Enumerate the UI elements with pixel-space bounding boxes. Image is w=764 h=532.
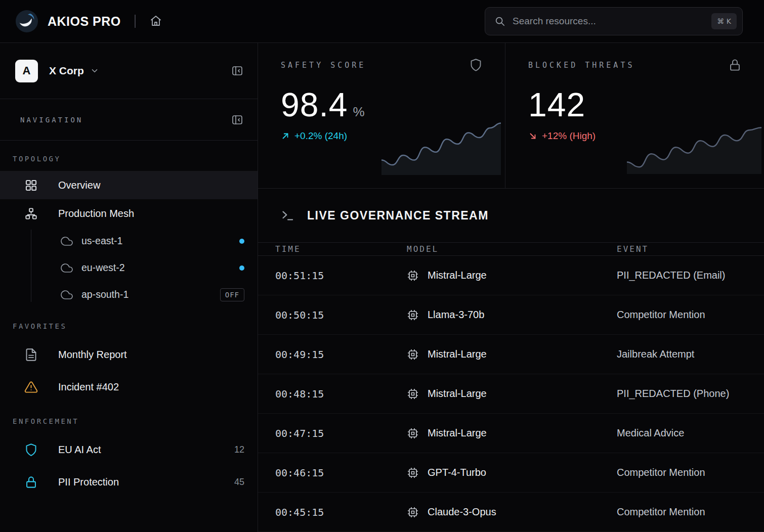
stream-row[interactable]: 00:45:15 Claude-3-Opus Competitor Mentio… (258, 493, 764, 532)
safety-score-card: SAFETY SCORE 98.4 % +0.2% (24h) (258, 43, 505, 188)
chevron-down-icon (90, 66, 99, 75)
sidebar-item-production-mesh[interactable]: Production Mesh (0, 199, 258, 228)
stream-row-event: Jailbreak Attempt (617, 348, 764, 360)
status-dot-online (239, 265, 244, 271)
stream-row-model: GPT-4-Turbo (407, 467, 617, 479)
stream-row-model: Llama-3-70b (407, 309, 617, 321)
chip-icon (407, 270, 419, 282)
stream-row-event: Medical Advice (617, 427, 764, 439)
tree-guide-line (31, 230, 31, 302)
main-panel: SAFETY SCORE 98.4 % +0.2% (24h) (258, 43, 764, 532)
stream-row-event: PII_REDACTED (Email) (617, 270, 764, 281)
cloud-icon (61, 235, 73, 247)
stream-row-model-name: Mistral-Large (428, 270, 487, 281)
stream-row-model: Mistral-Large (407, 427, 617, 439)
cloud-icon (61, 262, 73, 274)
stream-row[interactable]: 00:51:15 Mistral-Large PII_REDACTED (Ema… (258, 256, 764, 295)
stream-row-time: 00:49:15 (275, 348, 407, 361)
brand-title: AKIOS PRO (48, 14, 121, 29)
blocked-threats-card: BLOCKED THREATS 142 +12% (High) (505, 43, 764, 188)
network-icon (24, 207, 38, 220)
stat-cards: SAFETY SCORE 98.4 % +0.2% (24h) (258, 43, 764, 189)
stream-row-model-name: Mistral-Large (428, 427, 487, 439)
governance-stream-header: LIVE GOVERNANCE STREAM (258, 189, 764, 243)
sidebar-item-overview[interactable]: Overview (0, 171, 258, 199)
section-label-enforcement: ENFORCEMENT (0, 403, 258, 433)
trend-text: +0.2% (24h) (294, 130, 347, 142)
stream-row-model-name: Llama-3-70b (428, 309, 484, 321)
sidebar-item-region-eu-west-2[interactable]: eu-west-2 (0, 254, 258, 281)
org-avatar: A (15, 60, 38, 82)
chip-icon (407, 348, 419, 361)
safety-score-value: 98.4 (281, 88, 348, 121)
search-icon (494, 16, 505, 27)
sidebar-item-pii-protection[interactable]: PII Protection 45 (0, 466, 258, 498)
stream-row-model: Mistral-Large (407, 388, 617, 400)
sidebar-item-label: Monthly Report (58, 349, 127, 361)
sidebar-item-incident-402[interactable]: Incident #402 (0, 371, 258, 403)
home-button[interactable] (149, 15, 162, 28)
navigation-label: NAVIGATION (20, 116, 83, 124)
org-selector[interactable]: A X Corp (0, 43, 258, 99)
stream-row-time: 00:47:15 (275, 427, 407, 439)
blocked-threats-sparkline (627, 116, 761, 174)
stream-row[interactable]: 00:47:15 Mistral-Large Medical Advice (258, 414, 764, 453)
status-dot-online (239, 239, 244, 244)
panel-collapse-icon (231, 65, 243, 77)
stream-row-event: Competitor Mention (617, 506, 764, 518)
sidebar-item-region-ap-south-1[interactable]: ap-south-1 OFF (0, 281, 258, 308)
region-list: us-east-1 eu-west-2 ap (0, 228, 258, 308)
cloud-icon (61, 289, 73, 301)
item-count: 12 (234, 445, 244, 455)
sidebar-item-label: Production Mesh (58, 208, 134, 219)
stream-row[interactable]: 00:50:15 Llama-3-70b Competitor Mention (258, 295, 764, 335)
sidebar-item-label: Incident #402 (58, 381, 119, 393)
topbar-divider (135, 15, 136, 28)
column-header-time: TIME (275, 244, 407, 254)
region-label: us-east-1 (81, 235, 122, 247)
card-title: SAFETY SCORE (281, 61, 366, 70)
grid-icon (24, 179, 38, 192)
document-icon (24, 348, 38, 362)
terminal-icon (281, 209, 294, 223)
safety-score-unit: % (353, 104, 364, 120)
stream-row-model: Mistral-Large (407, 348, 617, 361)
chip-icon (407, 506, 419, 518)
column-header-model: MODEL (407, 244, 617, 254)
sidebar-item-label: EU AI Act (58, 444, 101, 456)
stream-row-time: 00:48:15 (275, 388, 407, 400)
stream-table-body: 00:51:15 Mistral-Large PII_REDACTED (Ema… (258, 256, 764, 532)
sidebar-scroll-area: TOPOLOGY Overview (0, 141, 258, 532)
chip-icon (407, 309, 419, 321)
sidebar: A X Corp NAVIGATION (0, 43, 258, 532)
stream-table-header: TIME MODEL EVENT (258, 243, 764, 256)
arrow-down-right-icon (528, 131, 537, 141)
sidebar-item-eu-ai-act[interactable]: EU AI Act 12 (0, 433, 258, 466)
stream-row[interactable]: 00:46:15 GPT-4-Turbo Competitor Mention (258, 453, 764, 493)
blocked-threats-value: 142 (528, 88, 585, 121)
collapse-navigation-button[interactable] (231, 114, 243, 126)
chip-icon (407, 388, 419, 400)
governance-stream-title: LIVE GOVERNANCE STREAM (307, 209, 489, 223)
off-badge: OFF (220, 288, 244, 301)
sidebar-item-region-us-east-1[interactable]: us-east-1 (0, 228, 258, 254)
search-shortcut-badge: ⌘ K (711, 13, 737, 29)
section-label-favorites: FAVORITES (0, 308, 258, 338)
lock-icon (24, 475, 38, 489)
stream-row[interactable]: 00:49:15 Mistral-Large Jailbreak Attempt (258, 335, 764, 374)
shield-icon (469, 58, 483, 72)
akios-logo-icon (15, 10, 38, 33)
search-input[interactable] (513, 16, 704, 27)
chip-icon (407, 467, 419, 479)
sidebar-item-monthly-report[interactable]: Monthly Report (0, 338, 258, 371)
stream-row-model-name: Mistral-Large (428, 388, 487, 400)
stream-row-event: PII_REDACTED (Phone) (617, 388, 764, 400)
region-label: eu-west-2 (81, 262, 125, 274)
collapse-sidebar-button[interactable] (231, 65, 243, 77)
sidebar-item-label: Overview (58, 180, 100, 191)
stream-row-time: 00:51:15 (275, 270, 407, 282)
stream-row[interactable]: 00:48:15 Mistral-Large PII_REDACTED (Pho… (258, 374, 764, 414)
stream-row-time: 00:45:15 (275, 506, 407, 518)
trend-text: +12% (High) (542, 130, 596, 142)
stream-row-event: Competitor Mention (617, 309, 764, 321)
